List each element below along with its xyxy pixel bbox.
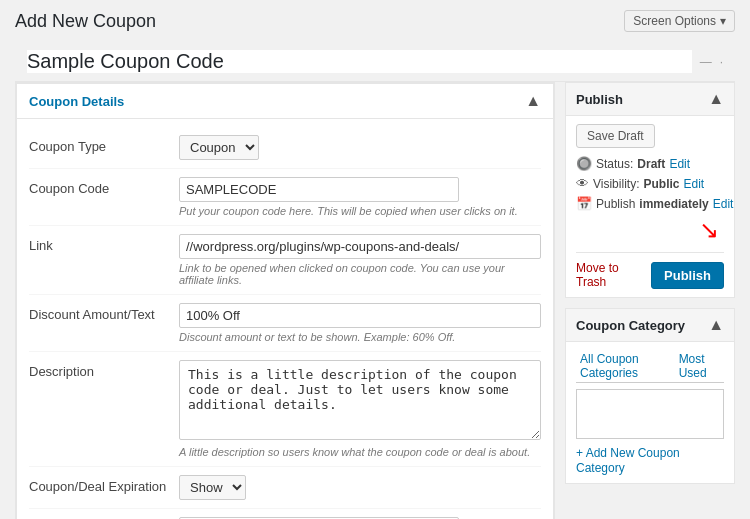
main-content: Coupon Details ▲ Coupon Type Coupon Deal	[15, 82, 735, 519]
form-row-discount: Discount Amount/Text Discount amount or …	[29, 295, 541, 352]
link-input[interactable]	[179, 234, 541, 259]
form-row-description: Description This is a little description…	[29, 352, 541, 467]
visibility-edit-link[interactable]: Edit	[683, 177, 704, 191]
all-categories-tab[interactable]: All Coupon Categories	[576, 350, 671, 382]
screen-options-label: Screen Options	[633, 14, 716, 28]
description-hint: A little description so users know what …	[179, 446, 541, 458]
discount-input[interactable]	[179, 303, 541, 328]
publish-widget-header: Publish ▲	[566, 83, 734, 116]
coupon-code-input[interactable]	[179, 177, 459, 202]
field-link: Link to be opened when clicked on coupon…	[179, 234, 541, 286]
label-description: Description	[29, 360, 179, 379]
field-description: This is a little description of the coup…	[179, 360, 541, 458]
coupon-category-body: All Coupon Categories Most Used + Add Ne…	[566, 342, 734, 483]
status-edit-link[interactable]: Edit	[669, 157, 690, 171]
collapse-icon[interactable]: ▲	[525, 92, 541, 110]
form-row-expiration: Coupon/Deal Expiration Show Hide	[29, 467, 541, 509]
form-row-link: Link Link to be opened when clicked on c…	[29, 226, 541, 295]
move-to-trash-link[interactable]: Move to Trash	[576, 261, 651, 289]
top-bar: Add New Coupon Screen Options ▾	[15, 10, 735, 32]
red-arrow-icon: ↘	[699, 216, 719, 244]
chevron-down-icon: ▾	[720, 14, 726, 28]
label-expiration: Coupon/Deal Expiration	[29, 475, 179, 494]
publish-time-value: immediately	[639, 197, 708, 211]
label-coupon-type: Coupon Type	[29, 135, 179, 154]
form-table: Coupon Type Coupon Deal Coupon Code	[17, 119, 553, 519]
right-column: Publish ▲ Save Draft 🔘 Status: Draft Edi…	[565, 82, 735, 484]
link-hint: Link to be opened when clicked on coupon…	[179, 262, 541, 286]
label-discount: Discount Amount/Text	[29, 303, 179, 322]
publish-widget: Publish ▲ Save Draft 🔘 Status: Draft Edi…	[565, 82, 735, 298]
screen-options-button[interactable]: Screen Options ▾	[624, 10, 735, 32]
coupon-category-title: Coupon Category	[576, 318, 685, 333]
visibility-icon: 👁	[576, 176, 589, 191]
field-coupon-code: Put your coupon code here. This will be …	[179, 177, 541, 217]
coupon-type-select[interactable]: Coupon Deal	[179, 135, 259, 160]
field-discount: Discount amount or text to be shown. Exa…	[179, 303, 541, 343]
coupon-category-header: Coupon Category ▲	[566, 309, 734, 342]
expiration-select[interactable]: Show Hide	[179, 475, 246, 500]
save-draft-button[interactable]: Save Draft	[576, 124, 655, 148]
coupon-permalink-dash: —	[700, 55, 712, 69]
most-used-tab[interactable]: Most Used	[675, 350, 724, 382]
status-label: Status:	[596, 157, 633, 171]
category-tabs: All Coupon Categories Most Used	[576, 350, 724, 383]
calendar-icon: 📅	[576, 196, 592, 211]
coupon-details-section: Coupon Details ▲ Coupon Type Coupon Deal	[16, 83, 554, 519]
publish-collapse-icon[interactable]: ▲	[708, 90, 724, 108]
category-collapse-icon[interactable]: ▲	[708, 316, 724, 334]
form-row-coupon-code: Coupon Code Put your coupon code here. T…	[29, 169, 541, 226]
label-link: Link	[29, 234, 179, 253]
add-new-category-link[interactable]: + Add New Coupon Category	[576, 446, 680, 475]
coupon-category-widget: Coupon Category ▲ All Coupon Categories …	[565, 308, 735, 484]
description-textarea[interactable]: This is a little description of the coup…	[179, 360, 541, 440]
section-title: Coupon Details	[29, 94, 124, 109]
publish-time-edit-link[interactable]: Edit	[713, 197, 734, 211]
label-coupon-code: Coupon Code	[29, 177, 179, 196]
discount-hint: Discount amount or text to be shown. Exa…	[179, 331, 541, 343]
coupon-code-hint: Put your coupon code here. This will be …	[179, 205, 541, 217]
publish-time-label: Publish	[596, 197, 635, 211]
left-column: Coupon Details ▲ Coupon Type Coupon Deal	[15, 82, 555, 519]
publish-time-row: 📅 Publish immediately Edit	[576, 196, 724, 211]
status-icon: 🔘	[576, 156, 592, 171]
page-title: Add New Coupon	[15, 11, 156, 32]
category-checkbox-list[interactable]	[576, 389, 724, 439]
visibility-label: Visibility:	[593, 177, 639, 191]
status-row: 🔘 Status: Draft Edit	[576, 156, 724, 171]
visibility-row: 👁 Visibility: Public Edit	[576, 176, 724, 191]
section-header: Coupon Details ▲	[17, 84, 553, 119]
arrow-indicator: ↘	[576, 216, 724, 244]
publish-button[interactable]: Publish	[651, 262, 724, 289]
coupon-permalink-dot: ·	[720, 55, 723, 69]
form-row-expires: Expires Choose a date this coupon will e…	[29, 509, 541, 519]
publish-widget-title: Publish	[576, 92, 623, 107]
publish-footer: Move to Trash Publish	[576, 252, 724, 289]
coupon-code-header: — ·	[15, 42, 735, 82]
publish-widget-body: Save Draft 🔘 Status: Draft Edit 👁 Visibi…	[566, 116, 734, 297]
field-expiration: Show Hide	[179, 475, 541, 500]
page-wrapper: Add New Coupon Screen Options ▾ — · Coup…	[0, 0, 750, 519]
coupon-title-input[interactable]	[27, 50, 692, 73]
visibility-value: Public	[643, 177, 679, 191]
form-row-coupon-type: Coupon Type Coupon Deal	[29, 127, 541, 169]
status-value: Draft	[637, 157, 665, 171]
field-coupon-type: Coupon Deal	[179, 135, 541, 160]
